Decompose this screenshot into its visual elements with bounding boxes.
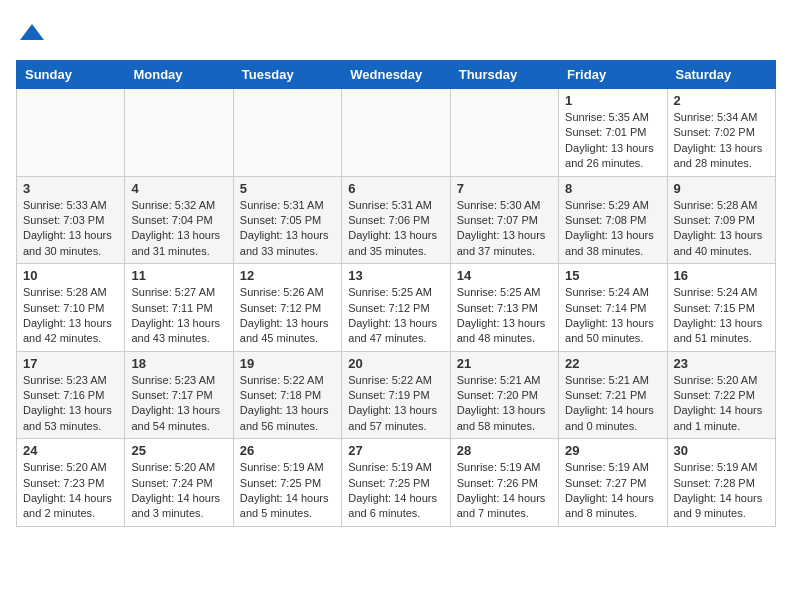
calendar-cell <box>342 89 450 177</box>
calendar-cell: 9Sunrise: 5:28 AM Sunset: 7:09 PM Daylig… <box>667 176 775 264</box>
calendar-cell: 27Sunrise: 5:19 AM Sunset: 7:25 PM Dayli… <box>342 439 450 527</box>
day-info: Sunrise: 5:20 AM Sunset: 7:23 PM Dayligh… <box>23 460 118 522</box>
calendar-cell: 11Sunrise: 5:27 AM Sunset: 7:11 PM Dayli… <box>125 264 233 352</box>
day-info: Sunrise: 5:21 AM Sunset: 7:20 PM Dayligh… <box>457 373 552 435</box>
day-info: Sunrise: 5:31 AM Sunset: 7:06 PM Dayligh… <box>348 198 443 260</box>
calendar-cell: 4Sunrise: 5:32 AM Sunset: 7:04 PM Daylig… <box>125 176 233 264</box>
day-info: Sunrise: 5:19 AM Sunset: 7:27 PM Dayligh… <box>565 460 660 522</box>
day-info: Sunrise: 5:35 AM Sunset: 7:01 PM Dayligh… <box>565 110 660 172</box>
day-number: 21 <box>457 356 552 371</box>
day-number: 4 <box>131 181 226 196</box>
day-number: 9 <box>674 181 769 196</box>
calendar-week-row: 17Sunrise: 5:23 AM Sunset: 7:16 PM Dayli… <box>17 351 776 439</box>
calendar-cell: 1Sunrise: 5:35 AM Sunset: 7:01 PM Daylig… <box>559 89 667 177</box>
day-info: Sunrise: 5:19 AM Sunset: 7:28 PM Dayligh… <box>674 460 769 522</box>
weekday-header: Thursday <box>450 61 558 89</box>
day-info: Sunrise: 5:19 AM Sunset: 7:25 PM Dayligh… <box>240 460 335 522</box>
day-info: Sunrise: 5:23 AM Sunset: 7:16 PM Dayligh… <box>23 373 118 435</box>
day-number: 5 <box>240 181 335 196</box>
day-info: Sunrise: 5:25 AM Sunset: 7:13 PM Dayligh… <box>457 285 552 347</box>
day-number: 13 <box>348 268 443 283</box>
weekday-header: Friday <box>559 61 667 89</box>
calendar-cell: 25Sunrise: 5:20 AM Sunset: 7:24 PM Dayli… <box>125 439 233 527</box>
calendar-cell: 15Sunrise: 5:24 AM Sunset: 7:14 PM Dayli… <box>559 264 667 352</box>
day-info: Sunrise: 5:30 AM Sunset: 7:07 PM Dayligh… <box>457 198 552 260</box>
calendar-cell: 10Sunrise: 5:28 AM Sunset: 7:10 PM Dayli… <box>17 264 125 352</box>
weekday-header: Sunday <box>17 61 125 89</box>
day-info: Sunrise: 5:28 AM Sunset: 7:10 PM Dayligh… <box>23 285 118 347</box>
day-number: 10 <box>23 268 118 283</box>
calendar-cell: 23Sunrise: 5:20 AM Sunset: 7:22 PM Dayli… <box>667 351 775 439</box>
calendar-cell: 2Sunrise: 5:34 AM Sunset: 7:02 PM Daylig… <box>667 89 775 177</box>
logo <box>16 20 46 52</box>
calendar-cell: 30Sunrise: 5:19 AM Sunset: 7:28 PM Dayli… <box>667 439 775 527</box>
calendar-cell: 19Sunrise: 5:22 AM Sunset: 7:18 PM Dayli… <box>233 351 341 439</box>
day-info: Sunrise: 5:27 AM Sunset: 7:11 PM Dayligh… <box>131 285 226 347</box>
calendar-cell: 5Sunrise: 5:31 AM Sunset: 7:05 PM Daylig… <box>233 176 341 264</box>
day-number: 29 <box>565 443 660 458</box>
day-info: Sunrise: 5:23 AM Sunset: 7:17 PM Dayligh… <box>131 373 226 435</box>
calendar-cell: 7Sunrise: 5:30 AM Sunset: 7:07 PM Daylig… <box>450 176 558 264</box>
page-header <box>16 16 776 52</box>
calendar-cell: 16Sunrise: 5:24 AM Sunset: 7:15 PM Dayli… <box>667 264 775 352</box>
weekday-header: Saturday <box>667 61 775 89</box>
day-number: 24 <box>23 443 118 458</box>
calendar-week-row: 1Sunrise: 5:35 AM Sunset: 7:01 PM Daylig… <box>17 89 776 177</box>
day-number: 27 <box>348 443 443 458</box>
day-number: 30 <box>674 443 769 458</box>
calendar-header-row: SundayMondayTuesdayWednesdayThursdayFrid… <box>17 61 776 89</box>
day-number: 3 <box>23 181 118 196</box>
calendar-cell: 20Sunrise: 5:22 AM Sunset: 7:19 PM Dayli… <box>342 351 450 439</box>
day-info: Sunrise: 5:22 AM Sunset: 7:19 PM Dayligh… <box>348 373 443 435</box>
calendar-cell: 28Sunrise: 5:19 AM Sunset: 7:26 PM Dayli… <box>450 439 558 527</box>
day-info: Sunrise: 5:33 AM Sunset: 7:03 PM Dayligh… <box>23 198 118 260</box>
day-info: Sunrise: 5:19 AM Sunset: 7:26 PM Dayligh… <box>457 460 552 522</box>
day-info: Sunrise: 5:32 AM Sunset: 7:04 PM Dayligh… <box>131 198 226 260</box>
day-info: Sunrise: 5:20 AM Sunset: 7:24 PM Dayligh… <box>131 460 226 522</box>
day-number: 15 <box>565 268 660 283</box>
day-number: 2 <box>674 93 769 108</box>
day-number: 23 <box>674 356 769 371</box>
calendar-cell <box>233 89 341 177</box>
day-info: Sunrise: 5:34 AM Sunset: 7:02 PM Dayligh… <box>674 110 769 172</box>
day-number: 16 <box>674 268 769 283</box>
calendar-cell: 14Sunrise: 5:25 AM Sunset: 7:13 PM Dayli… <box>450 264 558 352</box>
day-info: Sunrise: 5:24 AM Sunset: 7:15 PM Dayligh… <box>674 285 769 347</box>
calendar-cell: 6Sunrise: 5:31 AM Sunset: 7:06 PM Daylig… <box>342 176 450 264</box>
calendar-cell: 12Sunrise: 5:26 AM Sunset: 7:12 PM Dayli… <box>233 264 341 352</box>
day-number: 19 <box>240 356 335 371</box>
day-number: 6 <box>348 181 443 196</box>
calendar-table: SundayMondayTuesdayWednesdayThursdayFrid… <box>16 60 776 527</box>
day-number: 25 <box>131 443 226 458</box>
svg-marker-0 <box>20 24 44 40</box>
day-number: 20 <box>348 356 443 371</box>
calendar-cell <box>17 89 125 177</box>
calendar-cell: 21Sunrise: 5:21 AM Sunset: 7:20 PM Dayli… <box>450 351 558 439</box>
day-info: Sunrise: 5:19 AM Sunset: 7:25 PM Dayligh… <box>348 460 443 522</box>
calendar-cell: 29Sunrise: 5:19 AM Sunset: 7:27 PM Dayli… <box>559 439 667 527</box>
day-number: 28 <box>457 443 552 458</box>
calendar-cell <box>125 89 233 177</box>
calendar-week-row: 3Sunrise: 5:33 AM Sunset: 7:03 PM Daylig… <box>17 176 776 264</box>
day-number: 1 <box>565 93 660 108</box>
day-number: 26 <box>240 443 335 458</box>
day-number: 18 <box>131 356 226 371</box>
calendar-cell: 8Sunrise: 5:29 AM Sunset: 7:08 PM Daylig… <box>559 176 667 264</box>
calendar-cell <box>450 89 558 177</box>
calendar-cell: 24Sunrise: 5:20 AM Sunset: 7:23 PM Dayli… <box>17 439 125 527</box>
calendar-cell: 13Sunrise: 5:25 AM Sunset: 7:12 PM Dayli… <box>342 264 450 352</box>
day-info: Sunrise: 5:20 AM Sunset: 7:22 PM Dayligh… <box>674 373 769 435</box>
weekday-header: Wednesday <box>342 61 450 89</box>
day-info: Sunrise: 5:21 AM Sunset: 7:21 PM Dayligh… <box>565 373 660 435</box>
day-number: 12 <box>240 268 335 283</box>
day-info: Sunrise: 5:31 AM Sunset: 7:05 PM Dayligh… <box>240 198 335 260</box>
day-info: Sunrise: 5:24 AM Sunset: 7:14 PM Dayligh… <box>565 285 660 347</box>
day-number: 22 <box>565 356 660 371</box>
day-number: 7 <box>457 181 552 196</box>
weekday-header: Tuesday <box>233 61 341 89</box>
calendar-cell: 18Sunrise: 5:23 AM Sunset: 7:17 PM Dayli… <box>125 351 233 439</box>
calendar-cell: 26Sunrise: 5:19 AM Sunset: 7:25 PM Dayli… <box>233 439 341 527</box>
day-info: Sunrise: 5:28 AM Sunset: 7:09 PM Dayligh… <box>674 198 769 260</box>
calendar-week-row: 24Sunrise: 5:20 AM Sunset: 7:23 PM Dayli… <box>17 439 776 527</box>
day-info: Sunrise: 5:22 AM Sunset: 7:18 PM Dayligh… <box>240 373 335 435</box>
